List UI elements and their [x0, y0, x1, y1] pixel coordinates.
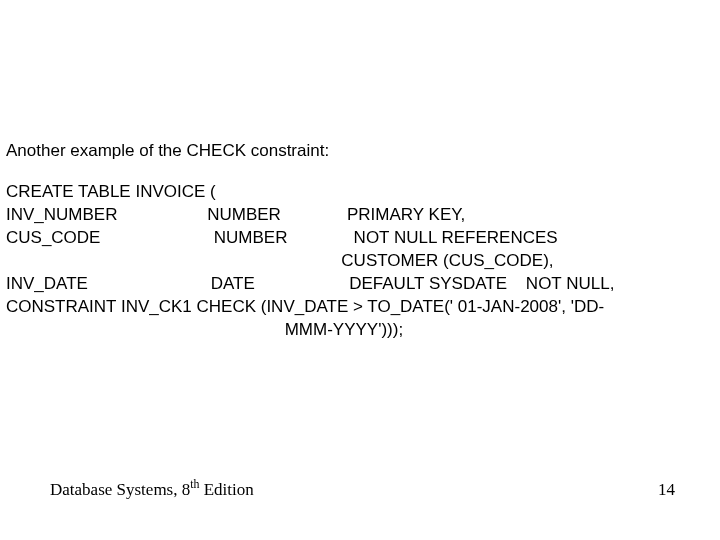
- slide-content: Another example of the CHECK constraint:…: [6, 140, 714, 342]
- footer-book: Database Systems, 8th Edition: [50, 477, 254, 500]
- intro-text: Another example of the CHECK constraint:: [6, 140, 714, 163]
- page-number: 14: [658, 480, 675, 500]
- sql-line-2: INV_NUMBER NUMBER PRIMARY KEY,: [6, 205, 465, 224]
- sql-line-7: MMM-YYYY')));: [6, 320, 403, 339]
- sql-line-5: INV_DATE DATE DEFAULT SYSDATE NOT NULL,: [6, 274, 614, 293]
- footer-book-suffix: Edition: [199, 480, 253, 499]
- sql-block: CREATE TABLE INVOICE ( INV_NUMBER NUMBER…: [6, 181, 714, 342]
- sql-line-1: CREATE TABLE INVOICE (: [6, 182, 216, 201]
- sql-line-4: CUSTOMER (CUS_CODE),: [6, 251, 554, 270]
- sql-line-6: CONSTRAINT INV_CK1 CHECK (INV_DATE > TO_…: [6, 297, 604, 316]
- sql-line-3: CUS_CODE NUMBER NOT NULL REFERENCES: [6, 228, 558, 247]
- footer-book-prefix: Database Systems, 8: [50, 480, 190, 499]
